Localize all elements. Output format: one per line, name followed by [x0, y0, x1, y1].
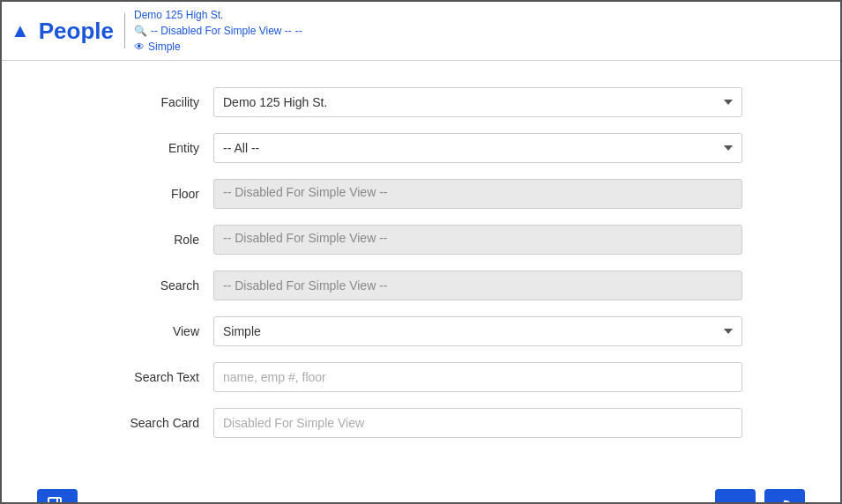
view-label: View: [37, 324, 213, 338]
submit-button[interactable]: [715, 489, 756, 504]
search-card-control: [213, 408, 742, 438]
search-row: Search -- Disabled For Simple View --: [37, 271, 805, 300]
view-control: Simple: [213, 316, 742, 346]
search-card-label: Search Card: [37, 416, 213, 430]
eye-icon: 👁: [134, 39, 145, 55]
floor-label: Floor: [37, 187, 213, 201]
search-icon: 🔍: [134, 23, 147, 39]
footer-left: Create: [37, 489, 78, 504]
role-control: -- Disabled For Simple View --: [213, 225, 742, 255]
filter-icon: ▲: [11, 19, 30, 42]
search-text-control: [213, 362, 742, 392]
role-label: Role: [37, 233, 213, 247]
search-card-row: Search Card: [37, 408, 805, 438]
breadcrumb-view-disabled: -- Disabled For Simple View --: [151, 23, 292, 39]
search-label: Search: [37, 278, 213, 293]
svg-rect-0: [48, 498, 61, 504]
create-button-group: Create: [37, 489, 78, 504]
reset-button[interactable]: [764, 489, 805, 504]
footer: Create Submit Reset: [2, 475, 840, 504]
facility-row: Facility Demo 125 High St.: [37, 87, 805, 117]
floor-control: -- Disabled For Simple View --: [213, 179, 742, 209]
breadcrumb-facility: Demo 125 High St.: [134, 7, 223, 23]
search-text-label: Search Text: [37, 370, 213, 384]
entity-select[interactable]: -- All --: [213, 133, 742, 163]
floor-field: -- Disabled For Simple View --: [213, 179, 742, 209]
search-text-row: Search Text: [37, 362, 805, 392]
view-row: View Simple: [37, 316, 805, 346]
search-card-input: [213, 408, 742, 438]
view-select[interactable]: Simple: [213, 316, 742, 346]
search-select: -- Disabled For Simple View --: [213, 271, 742, 300]
header-divider: [124, 13, 125, 48]
submit-button-group: Submit: [715, 489, 756, 504]
header: ▲ People Demo 125 High St. 🔍 -- Disabled…: [2, 2, 840, 61]
facility-select[interactable]: Demo 125 High St.: [213, 87, 742, 117]
main-form: Facility Demo 125 High St. Entity -- All…: [2, 61, 840, 471]
page-title: People: [39, 18, 114, 45]
search-text-input[interactable]: [213, 362, 742, 392]
role-field: -- Disabled For Simple View --: [213, 225, 742, 255]
role-row: Role -- Disabled For Simple View --: [37, 225, 805, 255]
breadcrumb: Demo 125 High St. 🔍 -- Disabled For Simp…: [134, 7, 302, 55]
entity-row: Entity -- All --: [37, 133, 805, 163]
entity-label: Entity: [37, 141, 213, 155]
facility-label: Facility: [37, 95, 213, 109]
entity-control: -- All --: [213, 133, 742, 163]
create-button[interactable]: [37, 489, 78, 504]
search-control: -- Disabled For Simple View --: [213, 271, 742, 300]
floor-row: Floor -- Disabled For Simple View --: [37, 179, 805, 209]
facility-control: Demo 125 High St.: [213, 87, 742, 117]
reset-button-group: Reset: [764, 489, 805, 504]
breadcrumb-view: Simple: [148, 39, 181, 55]
footer-right: Submit Reset: [715, 489, 805, 504]
